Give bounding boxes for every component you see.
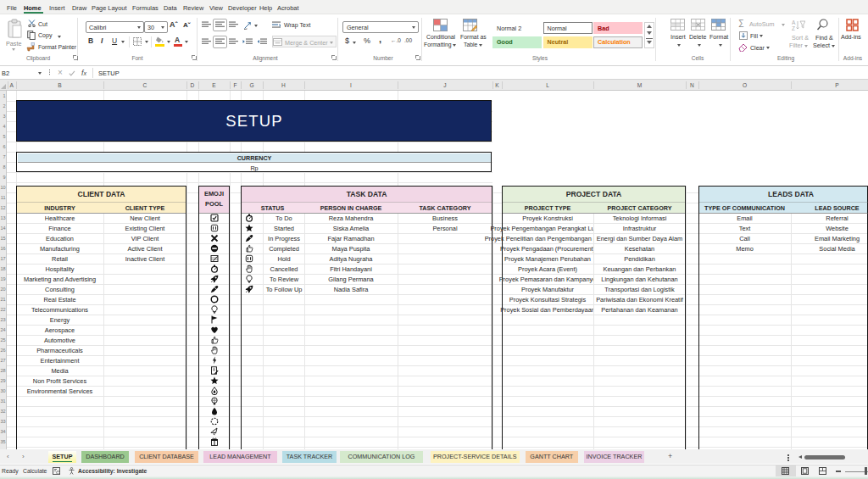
svg-text:.00: .00 <box>404 37 412 43</box>
svg-text:Z: Z <box>792 25 795 31</box>
svg-text:A: A <box>792 19 796 25</box>
svg-text:←.0: ←.0 <box>391 37 401 43</box>
